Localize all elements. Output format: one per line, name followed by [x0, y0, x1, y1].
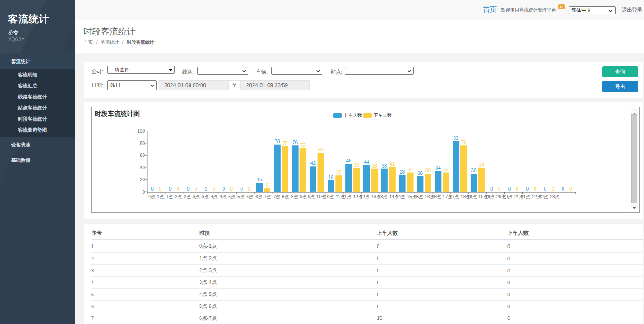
- svg-text:72: 72: [300, 142, 306, 147]
- svg-text:2点-3点: 2点-3点: [184, 194, 200, 199]
- svg-text:0点-1点: 0点-1点: [148, 194, 164, 199]
- svg-text:0: 0: [142, 189, 145, 194]
- svg-text:0: 0: [498, 186, 501, 191]
- svg-text:32: 32: [443, 167, 449, 172]
- svg-text:39: 39: [479, 162, 484, 168]
- svg-text:0: 0: [552, 186, 555, 191]
- svg-text:38: 38: [372, 163, 377, 168]
- svg-text:0: 0: [569, 186, 572, 191]
- svg-text:64: 64: [318, 147, 324, 152]
- svg-text:0: 0: [516, 186, 519, 191]
- svg-text:75: 75: [282, 140, 288, 145]
- svg-text:6: 6: [266, 183, 269, 188]
- svg-text:80: 80: [140, 140, 145, 145]
- svg-text:39: 39: [354, 162, 360, 168]
- svg-text:44: 44: [364, 159, 369, 164]
- svg-text:0: 0: [177, 186, 179, 191]
- svg-text:76: 76: [461, 140, 467, 145]
- svg-text:0: 0: [562, 186, 564, 191]
- svg-text:0: 0: [213, 186, 215, 191]
- svg-text:83: 83: [454, 136, 459, 141]
- svg-text:22点-23点: 22点-23点: [539, 194, 560, 199]
- svg-text:28: 28: [400, 169, 405, 174]
- svg-text:15: 15: [257, 177, 262, 182]
- svg-text:6点-7点: 6点-7点: [255, 194, 271, 199]
- svg-text:7点-8点: 7点-8点: [273, 194, 289, 199]
- svg-text:0: 0: [508, 186, 511, 191]
- svg-text:41: 41: [390, 161, 395, 166]
- svg-text:0: 0: [159, 186, 161, 191]
- svg-text:30: 30: [426, 168, 431, 173]
- svg-text:0: 0: [187, 186, 190, 191]
- svg-text:27: 27: [336, 170, 342, 175]
- svg-text:30: 30: [471, 168, 477, 173]
- svg-text:0: 0: [205, 186, 207, 191]
- svg-text:1点-2点: 1点-2点: [166, 194, 182, 199]
- svg-text:0: 0: [223, 186, 225, 191]
- svg-text:42: 42: [310, 161, 316, 166]
- svg-text:40: 40: [140, 165, 145, 170]
- svg-text:0: 0: [248, 186, 251, 191]
- svg-text:78: 78: [275, 139, 280, 144]
- svg-text:9点-10点: 9点-10点: [308, 194, 326, 199]
- svg-text:0: 0: [534, 186, 537, 191]
- svg-text:0: 0: [151, 186, 154, 191]
- svg-text:0: 0: [526, 186, 529, 191]
- svg-text:8点-9点: 8点-9点: [291, 194, 307, 199]
- svg-text:100: 100: [137, 128, 145, 133]
- svg-text:60: 60: [140, 153, 145, 158]
- svg-text:26: 26: [418, 170, 423, 175]
- svg-text:76: 76: [293, 140, 298, 145]
- svg-text:38: 38: [382, 163, 387, 168]
- svg-text:0: 0: [490, 186, 493, 191]
- svg-text:46: 46: [346, 158, 352, 163]
- svg-text:34: 34: [436, 165, 441, 170]
- svg-text:19: 19: [328, 174, 334, 179]
- svg-text:0: 0: [195, 186, 197, 191]
- svg-text:4点-5点: 4点-5点: [219, 194, 235, 199]
- svg-text:20: 20: [140, 177, 145, 182]
- svg-text:32: 32: [408, 167, 413, 172]
- svg-text:3点-4点: 3点-4点: [202, 194, 218, 199]
- svg-text:0: 0: [544, 186, 547, 191]
- svg-text:0: 0: [169, 186, 172, 191]
- svg-text:0: 0: [240, 186, 243, 191]
- svg-text:0: 0: [230, 186, 233, 191]
- svg-text:5点-6点: 5点-6点: [237, 194, 253, 199]
